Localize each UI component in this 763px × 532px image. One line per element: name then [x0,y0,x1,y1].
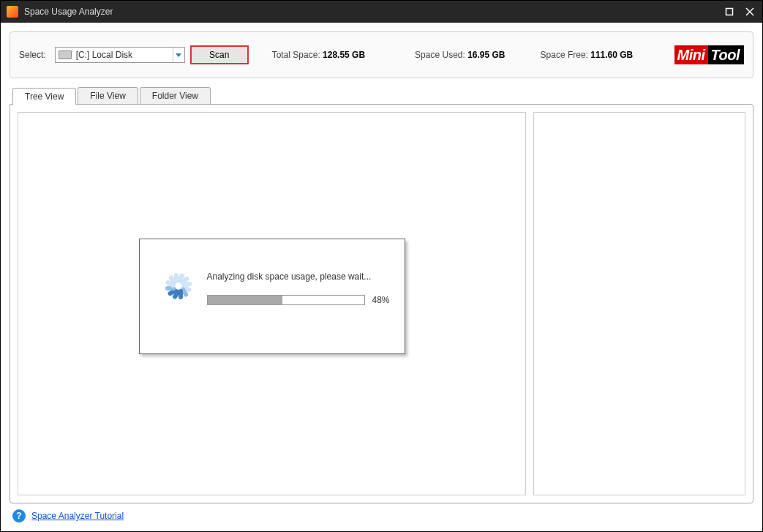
tabs-row: Tree View File View Folder View [12,87,753,104]
tutorial-link[interactable]: Space Analyzer Tutorial [31,511,124,521]
tree-pane: Analyzing disk space usage, please wait.… [18,112,526,495]
logo-left: Mini [674,45,708,64]
total-space-value: 128.55 GB [323,50,365,60]
maximize-button[interactable] [723,5,736,18]
drive-icon [59,50,72,59]
progress-bar [207,295,365,305]
drive-select[interactable]: [C:] Local Disk [55,47,185,63]
titlebar: Space Usage Analyzer [1,1,762,23]
dialog-message: Analyzing disk space usage, please wait.… [207,271,390,282]
select-label: Select: [19,50,46,60]
app-icon [7,6,18,18]
progress-dialog: Analyzing disk space usage, please wait.… [139,239,405,354]
minitool-logo: Mini Tool [674,45,744,64]
window-controls [723,5,756,18]
space-used-stat: Space Used: 16.95 GB [415,50,505,60]
help-icon: ? [12,509,26,522]
scan-button[interactable]: Scan [190,45,249,64]
space-used-label: Space Used: [415,50,467,60]
tab-file-view[interactable]: File View [78,87,138,104]
toolbar-panel: Select: [C:] Local Disk Scan Total Space… [10,31,753,78]
space-free-value: 111.60 GB [590,50,633,60]
spinner-icon [159,273,194,308]
total-space-stat: Total Space: 128.55 GB [272,50,365,60]
footer: ? Space Analyzer Tutorial [10,503,753,522]
dialog-body: Analyzing disk space usage, please wait.… [207,269,390,305]
tab-tree-view[interactable]: Tree View [12,88,76,105]
drive-selected-text: [C:] Local Disk [75,50,173,60]
space-free-label: Space Free: [541,50,591,60]
progress-fill [208,296,283,304]
total-space-label: Total Space: [272,50,323,60]
progress-row: 48% [207,295,390,305]
close-button[interactable] [743,5,756,18]
detail-pane [533,112,745,495]
space-used-value: 16.95 GB [467,50,505,60]
tab-folder-view[interactable]: Folder View [140,87,211,104]
chevron-down-icon [173,48,184,62]
logo-right: Tool [708,45,744,64]
space-free-stat: Space Free: 111.60 GB [541,50,634,60]
svg-rect-0 [726,9,733,15]
progress-percent: 48% [372,295,390,305]
main-panels: Analyzing disk space usage, please wait.… [10,104,753,503]
window-title: Space Usage Analyzer [24,7,723,17]
content-area: Select: [C:] Local Disk Scan Total Space… [1,23,762,531]
